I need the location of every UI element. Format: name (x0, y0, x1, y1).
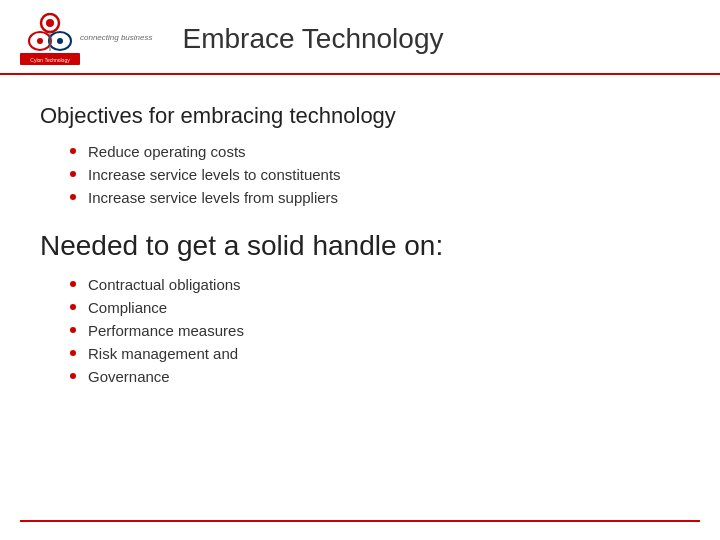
bullet-text: Reduce operating costs (88, 143, 246, 160)
logo-graphic: Cylon Technology (20, 13, 80, 65)
bullet-text: Contractual obligations (88, 276, 241, 293)
list-item: Performance measures (70, 322, 680, 339)
svg-point-5 (37, 38, 43, 44)
bullet-text: Increase service levels to constituents (88, 166, 341, 183)
section2-heading: Needed to get a solid handle on: (40, 230, 680, 262)
bullet-text: Risk management and (88, 345, 238, 362)
bullet-icon (70, 373, 76, 379)
list-item: Reduce operating costs (70, 143, 680, 160)
section2-bullet-list: Contractual obligations Compliance Perfo… (70, 276, 680, 385)
footer-divider (20, 520, 700, 522)
bullet-text: Performance measures (88, 322, 244, 339)
bullet-icon (70, 304, 76, 310)
list-item: Risk management and (70, 345, 680, 362)
logo-tagline: connecting business (80, 34, 153, 43)
section-handle: Needed to get a solid handle on: Contrac… (40, 230, 680, 385)
bullet-text: Compliance (88, 299, 167, 316)
section1-heading: Objectives for embracing technology (40, 103, 680, 129)
svg-point-6 (57, 38, 63, 44)
main-content: Objectives for embracing technology Redu… (0, 75, 720, 413)
slide: Cylon Technology connecting business Emb… (0, 0, 720, 540)
list-item: Compliance (70, 299, 680, 316)
bullet-icon (70, 148, 76, 154)
header: Cylon Technology connecting business Emb… (0, 0, 720, 75)
svg-point-1 (46, 19, 54, 27)
bullet-icon (70, 171, 76, 177)
list-item: Governance (70, 368, 680, 385)
page-title: Embrace Technology (183, 23, 444, 55)
list-item: Contractual obligations (70, 276, 680, 293)
section1-bullet-list: Reduce operating costs Increase service … (70, 143, 680, 206)
bullet-icon (70, 194, 76, 200)
list-item: Increase service levels from suppliers (70, 189, 680, 206)
logo-area: Cylon Technology connecting business (20, 13, 153, 65)
logo-text: connecting business (80, 34, 153, 43)
bullet-text: Governance (88, 368, 170, 385)
bullet-icon (70, 350, 76, 356)
section-objectives: Objectives for embracing technology Redu… (40, 103, 680, 206)
bullet-text: Increase service levels from suppliers (88, 189, 338, 206)
svg-text:Cylon Technology: Cylon Technology (30, 57, 70, 63)
bullet-icon (70, 327, 76, 333)
list-item: Increase service levels to constituents (70, 166, 680, 183)
bullet-icon (70, 281, 76, 287)
